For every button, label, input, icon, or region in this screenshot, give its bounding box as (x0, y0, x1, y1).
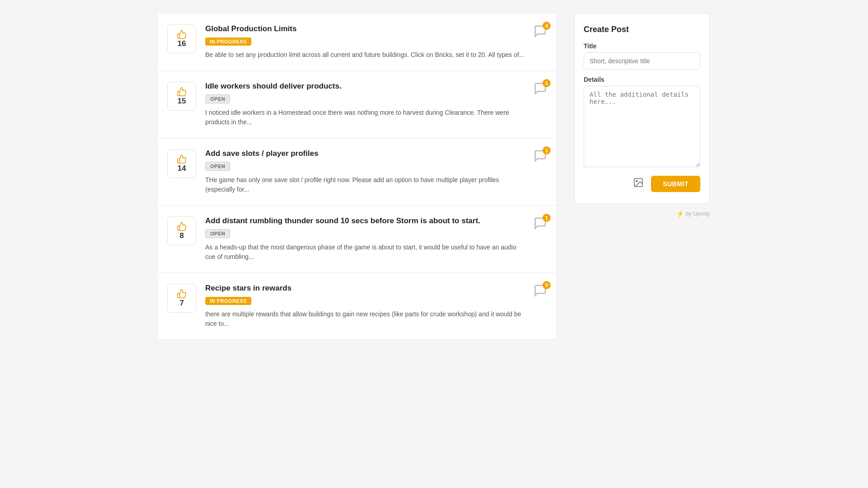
thumbs-up-icon (177, 87, 187, 97)
powered-by-text: by Upvoty (686, 211, 710, 217)
submit-button[interactable]: SUBMIT (651, 176, 700, 192)
post-body: Add distant rumbling thunder sound 10 se… (205, 216, 526, 262)
thumbs-up-icon (177, 289, 187, 299)
post-title[interactable]: Add distant rumbling thunder sound 10 se… (205, 216, 526, 225)
post-meta: 1 (533, 82, 547, 95)
vote-box[interactable]: 8 (167, 216, 196, 245)
post-excerpt: there are multiple rewards that allow bu… (205, 310, 526, 328)
post-meta: 1 (533, 149, 547, 163)
status-badge: OPEN (205, 229, 230, 238)
comment-count: 1 (542, 146, 551, 155)
post-meta: 4 (533, 24, 547, 38)
vote-count: 16 (178, 39, 186, 48)
form-actions: SUBMIT (584, 175, 700, 192)
post-title[interactable]: Idle workers should deliver products. (205, 82, 526, 91)
title-label: Title (584, 42, 700, 50)
thumbs-up-icon (177, 29, 187, 39)
vote-box[interactable]: 15 (167, 82, 196, 111)
comment-icon-wrap[interactable]: 1 (533, 149, 547, 163)
post-title[interactable]: Global Production Limits (205, 24, 526, 33)
comment-icon-wrap[interactable]: 0 (533, 284, 547, 297)
comment-count: 1 (542, 79, 551, 87)
status-badge: IN PROGRESS (205, 297, 251, 305)
post-body: Global Production Limits IN PROGRESS Be … (205, 24, 526, 60)
post-body: Add save slots / player profiles OPEN TH… (205, 149, 526, 194)
bolt-icon: ⚡ (676, 210, 684, 217)
comment-icon-wrap[interactable]: 1 (533, 82, 547, 95)
vote-count: 7 (179, 299, 184, 308)
vote-count: 8 (179, 231, 184, 240)
post-excerpt: THe game has only one save slot / profil… (205, 175, 526, 194)
comment-count: 4 (542, 22, 551, 30)
image-upload-button[interactable] (631, 175, 646, 192)
post-meta: 0 (533, 284, 547, 297)
post-body: Idle workers should deliver products. OP… (205, 82, 526, 127)
create-post-panel: Create Post Title Details SUBM (574, 14, 710, 204)
post-item: 14 Add save slots / player profiles OPEN… (158, 138, 556, 206)
vote-box[interactable]: 16 (167, 24, 196, 53)
comment-count: 0 (542, 281, 551, 289)
svg-point-1 (636, 180, 637, 182)
status-badge: IN PROGRESS (205, 38, 251, 46)
post-meta: 1 (533, 216, 547, 230)
thumbs-up-icon (177, 221, 187, 231)
post-title[interactable]: Recipe stars in rewards (205, 284, 526, 293)
post-item: 8 Add distant rumbling thunder sound 10 … (158, 206, 556, 273)
details-label: Details (584, 76, 700, 83)
post-title[interactable]: Add save slots / player profiles (205, 149, 526, 158)
vote-box[interactable]: 7 (167, 284, 196, 313)
post-body: Recipe stars in rewards IN PROGRESS ther… (205, 284, 526, 328)
details-field-group: Details (584, 76, 700, 169)
sidebar: Create Post Title Details SUBM (574, 14, 710, 474)
post-feed: 16 Global Production Limits IN PROGRESS … (158, 14, 556, 474)
thumbs-up-icon (177, 154, 187, 164)
create-post-heading: Create Post (584, 25, 700, 34)
post-item: 16 Global Production Limits IN PROGRESS … (158, 14, 556, 71)
post-item: 15 Idle workers should deliver products.… (158, 71, 556, 138)
post-item: 7 Recipe stars in rewards IN PROGRESS th… (158, 273, 556, 340)
post-excerpt: Be able to set any production limit acro… (205, 50, 526, 60)
comment-icon-wrap[interactable]: 1 (533, 216, 547, 230)
post-excerpt: As a heads-up that the most dangerous ph… (205, 243, 526, 262)
title-input[interactable] (584, 52, 700, 70)
comment-count: 1 (542, 214, 551, 222)
details-textarea[interactable] (584, 86, 700, 167)
vote-box[interactable]: 14 (167, 149, 196, 178)
vote-count: 14 (178, 164, 186, 173)
comment-icon-wrap[interactable]: 4 (533, 24, 547, 38)
status-badge: OPEN (205, 162, 230, 171)
powered-by: ⚡ by Upvoty (574, 210, 710, 217)
title-field-group: Title (584, 42, 700, 70)
post-excerpt: I noticed idle workers in a Homestead on… (205, 108, 526, 127)
vote-count: 15 (178, 97, 186, 106)
post-list: 16 Global Production Limits IN PROGRESS … (158, 14, 556, 340)
status-badge: OPEN (205, 94, 230, 103)
